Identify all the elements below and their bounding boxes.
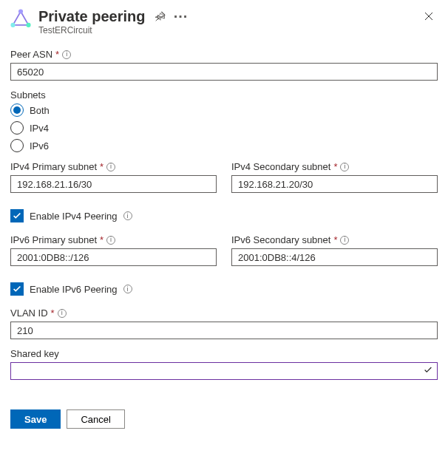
- info-icon[interactable]: i: [58, 309, 67, 318]
- ipv4-secondary-label: IPv4 Secondary subnet: [231, 161, 330, 172]
- checkbox-icon: [10, 282, 24, 296]
- more-button[interactable]: ···: [172, 7, 190, 25]
- required-indicator: *: [55, 49, 59, 60]
- subnets-radio-group: Both IPv4 IPv6: [10, 103, 438, 152]
- ipv6-primary-input[interactable]: [10, 248, 217, 266]
- subnets-radio-both[interactable]: Both: [10, 103, 438, 117]
- ipv6-secondary-label: IPv6 Secondary subnet: [231, 234, 330, 245]
- info-icon[interactable]: i: [340, 163, 349, 171]
- required-indicator: *: [100, 161, 103, 172]
- ipv6-secondary-input[interactable]: [231, 248, 438, 266]
- vlan-id-input[interactable]: [10, 322, 438, 339]
- shared-key-input[interactable]: [10, 362, 438, 380]
- save-button[interactable]: Save: [10, 409, 61, 429]
- close-button[interactable]: [421, 9, 436, 24]
- peering-icon: [10, 9, 31, 30]
- svg-point-2: [26, 23, 30, 27]
- info-icon[interactable]: i: [62, 50, 71, 59]
- radio-label: IPv6: [30, 140, 49, 152]
- peer-asn-input[interactable]: [10, 63, 438, 81]
- ipv4-secondary-input[interactable]: [231, 175, 438, 193]
- required-indicator: *: [333, 234, 337, 245]
- checkbox-icon: [10, 209, 24, 222]
- info-icon[interactable]: i: [106, 236, 115, 245]
- page-title: Private peering: [38, 7, 146, 25]
- vlan-id-label: VLAN ID: [10, 307, 48, 319]
- radio-label: IPv4: [30, 123, 49, 134]
- checkbox-label: Enable IPv4 Peering: [30, 211, 118, 222]
- blade-header: Private peering ··· TestERCircuit: [10, 7, 438, 35]
- cancel-button[interactable]: Cancel: [67, 409, 124, 429]
- info-icon[interactable]: i: [123, 285, 132, 293]
- required-indicator: *: [51, 307, 55, 319]
- subnets-label: Subnets: [10, 89, 46, 101]
- breadcrumb: TestERCircuit: [38, 25, 438, 35]
- required-indicator: *: [100, 234, 103, 245]
- required-indicator: *: [333, 161, 337, 172]
- shared-key-label: Shared key: [10, 348, 59, 359]
- ipv4-primary-label: IPv4 Primary subnet: [10, 161, 97, 172]
- pin-button[interactable]: [152, 7, 169, 25]
- info-icon[interactable]: i: [123, 211, 132, 220]
- checkbox-label: Enable IPv6 Peering: [30, 284, 118, 295]
- footer-actions: Save Cancel: [10, 409, 438, 429]
- info-icon[interactable]: i: [106, 163, 115, 171]
- radio-label: Both: [30, 105, 50, 116]
- peer-asn-label: Peer ASN: [10, 49, 52, 60]
- enable-ipv6-checkbox[interactable]: Enable IPv6 Peering i: [10, 282, 438, 296]
- svg-point-1: [18, 9, 23, 13]
- ipv6-primary-label: IPv6 Primary subnet: [10, 234, 97, 245]
- ipv4-primary-input[interactable]: [10, 175, 217, 193]
- svg-point-3: [10, 23, 15, 27]
- info-icon[interactable]: i: [340, 236, 349, 245]
- subnets-radio-ipv4[interactable]: IPv4: [10, 121, 438, 135]
- subnets-radio-ipv6[interactable]: IPv6: [10, 139, 438, 152]
- enable-ipv4-checkbox[interactable]: Enable IPv4 Peering i: [10, 209, 438, 222]
